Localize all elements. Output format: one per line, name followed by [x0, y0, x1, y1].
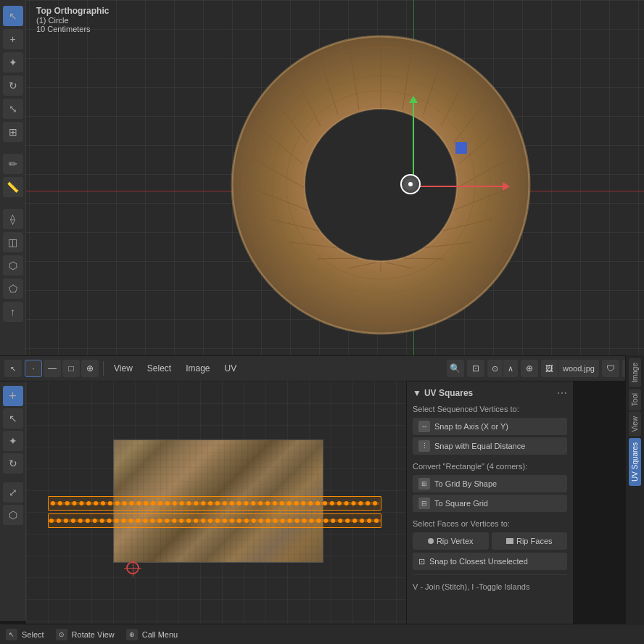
uv-tool-pinch[interactable]: ✦	[3, 431, 23, 451]
tool-rotate[interactable]: ↻	[3, 75, 23, 96]
svg-point-83	[57, 519, 61, 523]
vtab-tool[interactable]: Tool	[629, 389, 641, 410]
vertical-tabs-panel: Image Tool View UV Squares	[625, 355, 644, 644]
svg-point-48	[144, 501, 148, 505]
transform-gizmo[interactable]	[400, 174, 422, 196]
svg-point-39	[79, 501, 83, 505]
rip-faces-label: Rip Faces	[516, 537, 553, 545]
svg-point-51	[165, 501, 170, 505]
rip-vertex-label: Rip Vertex	[437, 537, 474, 545]
panel-options-btn[interactable]: ⋯	[557, 387, 567, 399]
image-settings-btn[interactable]: 🛡	[602, 360, 619, 377]
image-name[interactable]: wood.jpg	[558, 360, 599, 377]
gizmo-circle	[400, 174, 421, 194]
tool-select[interactable]: ↖	[3, 6, 23, 26]
svg-point-79	[366, 501, 370, 505]
status-select-icon: ↖	[6, 629, 17, 640]
svg-point-105	[215, 519, 220, 523]
uv-tool-rip[interactable]: ⤢	[3, 482, 23, 503]
svg-point-66	[273, 501, 277, 505]
vtab-uv-squares[interactable]: UV Squares	[629, 438, 641, 486]
svg-point-55	[194, 501, 198, 505]
tool-annotate[interactable]: ✏	[3, 154, 23, 174]
svg-point-40	[86, 501, 91, 505]
svg-point-108	[237, 519, 242, 523]
y-axis-arrow	[413, 102, 414, 185]
svg-point-70	[301, 501, 305, 505]
menu-select[interactable]: Select	[141, 360, 177, 377]
panel-header: ▼ UV Squares ⋯	[413, 387, 567, 399]
to-square-grid-btn[interactable]: ⊟ To Square Grid	[413, 495, 567, 512]
rip-faces-btn[interactable]: Rip Faces	[492, 532, 568, 550]
vtab-view[interactable]: View	[629, 412, 641, 437]
svg-point-87	[86, 519, 90, 523]
svg-point-98	[165, 519, 169, 523]
uv-edge-mode[interactable]: —	[44, 360, 61, 377]
uv-vert-mode[interactable]: ·	[25, 360, 42, 377]
menu-image[interactable]: Image	[180, 360, 215, 377]
svg-point-104	[208, 519, 212, 523]
rip-vertex-btn[interactable]: Rip Vertex	[413, 532, 489, 550]
menu-view[interactable]: View	[108, 360, 139, 377]
svg-point-119	[316, 519, 321, 523]
zoom-btn[interactable]: 🔍	[447, 360, 464, 377]
snap-axis-icon: ↔	[418, 421, 430, 432]
tool-cursor[interactable]: +	[3, 29, 23, 49]
uv-viewport[interactable]	[26, 381, 406, 644]
uv-tool-stitch[interactable]: ⬡	[3, 505, 23, 525]
snap-toggle[interactable]: ⊡	[467, 360, 484, 377]
panel-divider	[413, 574, 567, 575]
proportional-btn[interactable]: ⊙	[487, 360, 503, 377]
image-icon: 🖼	[541, 360, 558, 377]
tool-scale[interactable]: ⤡	[3, 99, 23, 119]
grid-shape-icon: ⊞	[418, 478, 430, 490]
convert-buttons-group: ⊞ To Grid By Shape ⊟ To Square Grid	[413, 475, 567, 512]
tool-inset[interactable]: ⬡	[3, 255, 23, 276]
uv-face-mode[interactable]: □	[62, 360, 80, 377]
snap-closest-btn[interactable]: ⊡ Snap to Closest Unselected	[413, 553, 567, 570]
svg-point-91	[115, 519, 119, 523]
status-bar: ↖ Select ⊙ Rotate View ⊕ Call Menu	[0, 624, 644, 644]
svg-point-92	[122, 519, 126, 523]
tool-measure[interactable]: 📏	[3, 177, 23, 197]
svg-point-94	[136, 519, 140, 523]
menu-uv[interactable]: UV	[219, 360, 243, 377]
image-selector-group: 🖼 wood.jpg	[541, 360, 599, 377]
svg-point-54	[187, 501, 191, 505]
svg-point-71	[308, 501, 313, 505]
to-grid-by-shape-btn[interactable]: ⊞ To Grid By Shape	[413, 475, 567, 492]
panel-title-group: ▼ UV Squares	[413, 388, 473, 398]
snap-equal-btn[interactable]: ⋮ Snap with Equal Distance	[413, 437, 567, 455]
left-toolbar-3d: ↖ + ✦ ↻ ⤡ ⊞ ✏ 📏 ⟠ ◫ ⬡ ⬠ ↑	[0, 0, 26, 355]
svg-point-44	[115, 501, 120, 505]
panel-title: UV Squares	[424, 388, 473, 398]
tool-loop-cut[interactable]: ⟠	[3, 209, 23, 229]
pivot-btn[interactable]: ⊕	[521, 360, 538, 377]
tool-bevel[interactable]: ⬠	[3, 278, 23, 299]
uv-tool-select[interactable]: +	[3, 386, 23, 406]
square-grid-icon: ⊟	[418, 498, 430, 509]
svg-point-45	[123, 501, 127, 505]
tool-transform[interactable]: ⊞	[3, 122, 23, 142]
x-axis-arrow	[417, 186, 504, 187]
tool-extrude[interactable]: ↑	[3, 302, 23, 322]
uv-tool-move[interactable]: ↖	[3, 408, 23, 429]
panel-expand-icon[interactable]: ▼	[413, 388, 421, 398]
svg-point-112	[266, 519, 271, 523]
snap-axis-btn[interactable]: ↔ Snap to Axis (X or Y)	[413, 418, 567, 435]
uv-select-mode-btn[interactable]: ↖	[4, 360, 22, 377]
snap-axis-label: Snap to Axis (X or Y)	[434, 422, 508, 431]
tool-move[interactable]: ✦	[3, 52, 23, 73]
svg-point-124	[352, 519, 357, 523]
proportional-falloff[interactable]: ∧	[503, 360, 518, 377]
status-call-menu: ⊕ Call Menu	[126, 629, 178, 640]
tool-edge[interactable]: ◫	[3, 232, 23, 252]
vtab-image[interactable]: Image	[629, 358, 641, 387]
uv-island-mode[interactable]: ⊕	[81, 360, 99, 377]
torus-object	[218, 22, 544, 348]
uv-tool-relax[interactable]: ↻	[3, 453, 23, 474]
viewport-3d[interactable]: Top Orthographic (1) Circle 10 Centimete…	[0, 0, 644, 355]
snap-equal-icon: ⋮	[418, 440, 430, 452]
svg-point-115	[288, 519, 292, 523]
snap-buttons-group: ↔ Snap to Axis (X or Y) ⋮ Snap with Equa…	[413, 418, 567, 455]
